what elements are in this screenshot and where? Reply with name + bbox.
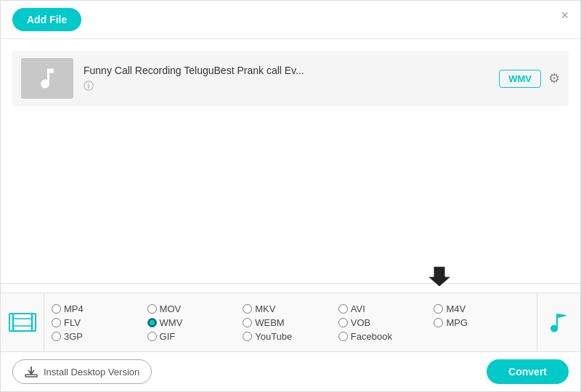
file-info: Funny Call Recording TeluguBest Prank ca… [84, 65, 489, 93]
film-icon [8, 308, 37, 337]
radio-mov[interactable] [147, 304, 157, 314]
convert-button[interactable]: Convert [487, 359, 569, 384]
download-icon [25, 365, 38, 378]
format-option-avi[interactable]: AVI [338, 303, 434, 314]
format-label-mp4: MP4 [64, 303, 84, 314]
add-file-button[interactable]: Add File [12, 8, 81, 31]
radio-vob[interactable] [338, 318, 348, 327]
radio-mkv[interactable] [243, 304, 252, 314]
format-label-mpg: MPG [446, 317, 468, 328]
format-label-m4v: M4V [446, 303, 466, 314]
format-label-wmv: WMV [160, 317, 183, 328]
format-label-facebook: Facebook [351, 331, 392, 342]
radio-webm[interactable] [243, 318, 252, 327]
info-icon[interactable]: ⓘ [84, 80, 94, 91]
format-label-avi: AVI [351, 303, 365, 314]
install-desktop-button[interactable]: Install Desktop Version [12, 359, 152, 384]
format-option-mov[interactable]: MOV [147, 303, 243, 314]
music-icon [34, 65, 60, 91]
radio-flv[interactable] [52, 318, 61, 327]
file-name: Funny Call Recording TeluguBest Prank ca… [84, 65, 489, 76]
format-label-flv: FLV [64, 317, 81, 328]
radio-gif[interactable] [147, 332, 157, 341]
format-label-mkv: MKV [255, 303, 275, 314]
radio-mpg[interactable] [434, 318, 443, 327]
install-desktop-label: Install Desktop Version [44, 367, 139, 377]
arrow-indicator [1, 284, 580, 293]
header: Add File × [1, 1, 580, 39]
format-badge[interactable]: WMV [499, 70, 541, 88]
file-actions: WMV ⚙ [499, 70, 560, 88]
format-label-webm: WEBM [255, 317, 284, 328]
format-option-webm[interactable]: WEBM [243, 317, 338, 328]
radio-youtube[interactable] [243, 332, 252, 341]
format-label-gif: GIF [160, 331, 176, 342]
radio-wmv[interactable] [147, 318, 157, 327]
format-label-youtube: YouTube [255, 331, 292, 342]
footer: Install Desktop Version Convert [1, 351, 580, 391]
audio-icon-box [537, 293, 580, 351]
svg-rect-3 [32, 314, 36, 331]
format-option-youtube[interactable]: YouTube [243, 331, 338, 342]
format-label-3gp: 3GP [64, 331, 83, 342]
format-option-facebook[interactable]: Facebook [338, 331, 434, 342]
format-label-mov: MOV [160, 303, 182, 314]
bottom-panel: MP4 MOV MKV AVI M4V FLV [1, 283, 580, 391]
format-selector: MP4 MOV MKV AVI M4V FLV [1, 293, 580, 351]
format-option-wmv[interactable]: WMV [147, 317, 243, 328]
format-option-mpg[interactable]: MPG [434, 317, 529, 328]
file-item: Funny Call Recording TeluguBest Prank ca… [12, 51, 569, 106]
close-button[interactable]: × [561, 8, 569, 23]
format-option-m4v[interactable]: M4V [434, 303, 529, 314]
format-option-3gp[interactable]: 3GP [52, 331, 147, 342]
format-option-vob[interactable]: VOB [338, 317, 434, 328]
file-list: Funny Call Recording TeluguBest Prank ca… [1, 39, 580, 118]
format-grid: MP4 MOV MKV AVI M4V FLV [44, 298, 537, 348]
format-option-gif[interactable]: GIF [147, 331, 243, 342]
svg-marker-0 [428, 266, 451, 287]
format-option-flv[interactable]: FLV [52, 317, 147, 328]
radio-mp4[interactable] [52, 304, 61, 314]
format-option-mp4[interactable]: MP4 [52, 303, 147, 314]
format-label-vob: VOB [351, 317, 370, 328]
file-thumbnail [21, 58, 73, 99]
format-option-mkv[interactable]: MKV [243, 303, 338, 314]
radio-avi[interactable] [338, 304, 348, 314]
arrow-down-icon [428, 266, 451, 287]
svg-rect-1 [13, 314, 32, 331]
radio-facebook[interactable] [338, 332, 348, 341]
film-icon-box [1, 293, 44, 351]
radio-3gp[interactable] [52, 332, 61, 341]
svg-rect-6 [25, 375, 37, 377]
settings-icon[interactable]: ⚙ [548, 70, 560, 86]
audio-note-icon [546, 309, 572, 335]
svg-rect-2 [9, 314, 13, 331]
radio-m4v[interactable] [434, 304, 443, 314]
content-area [1, 118, 580, 277]
